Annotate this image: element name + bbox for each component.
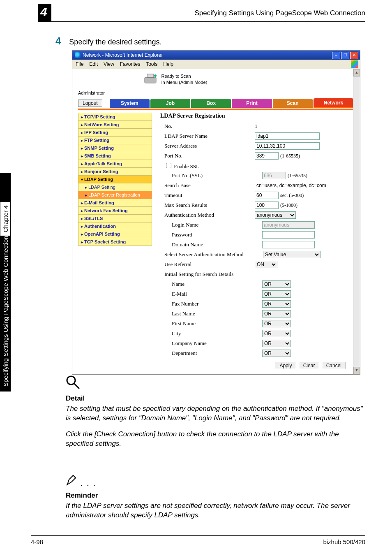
header-rule — [38, 21, 365, 22]
menu-view[interactable]: View — [104, 61, 114, 67]
svg-rect-0 — [145, 77, 156, 83]
side-chapter-tab: Specifying Settings Using PageScope Web … — [0, 173, 11, 392]
status-line-1: Ready to Scan — [161, 73, 207, 79]
admin-label: Administrator — [78, 90, 354, 95]
checkbox-enable-ssl[interactable] — [166, 163, 171, 168]
lbl-search-base: Search Base — [160, 182, 255, 189]
detail-title: Detail — [66, 394, 365, 403]
select-server-auth[interactable]: Set Value — [263, 251, 321, 258]
lbl-port-ssl: Port No.(SSL) — [160, 172, 262, 179]
minimize-button[interactable]: – — [332, 52, 340, 59]
menu-tools[interactable]: Tools — [146, 61, 157, 67]
menu-file[interactable]: File — [76, 61, 83, 67]
nav-auth[interactable]: Authentication — [78, 222, 152, 230]
nav-ftp[interactable]: FTP Setting — [78, 136, 152, 144]
ie-title: Network - Microsoft Internet Explorer — [83, 52, 163, 58]
tab-print[interactable]: Print — [232, 99, 272, 108]
input-server-addr[interactable] — [255, 142, 320, 150]
page-footer: 4-98 bizhub 500/420 — [31, 535, 365, 545]
input-password[interactable] — [262, 231, 315, 239]
select-dept[interactable]: OR — [262, 350, 291, 357]
ie-menubar: File Edit View Favorites Tools Help — [72, 60, 360, 69]
section-number-tab: 4 — [38, 4, 51, 21]
step-row: 4 Specify the desired settings. — [55, 35, 161, 47]
select-fax[interactable]: OR — [262, 300, 291, 308]
select-auth-method[interactable]: anonymous — [255, 211, 296, 219]
scroll-down-button[interactable]: ▼ — [353, 367, 360, 374]
vertical-scrollbar[interactable]: ▲ ▼ — [353, 69, 360, 374]
nav-snmp[interactable]: SNMP Setting — [78, 144, 152, 152]
nav-smb[interactable]: SMB Setting — [78, 152, 152, 160]
nav-tcpsock[interactable]: TCP Socket Setting — [78, 238, 152, 246]
content-pane: LDAP Server Registration No.1 LDAP Serve… — [152, 113, 354, 369]
input-domain[interactable] — [262, 241, 315, 248]
nav-ssl[interactable]: SSL/TLS — [78, 214, 152, 222]
nav-tcpip[interactable]: TCP/IP Setting — [78, 113, 152, 121]
tab-box[interactable]: Box — [191, 99, 231, 108]
nav-netware[interactable]: NetWare Setting — [78, 120, 152, 129]
select-company[interactable]: OR — [262, 340, 291, 347]
lbl-server-addr: Server Address — [160, 143, 255, 149]
lbl-fax: Fax Number — [160, 301, 262, 307]
lbl-init: Initial Setting for Search Details — [160, 271, 233, 278]
tab-job[interactable]: Job — [150, 99, 190, 108]
detail-p1: The setting that must be specified vary … — [66, 404, 365, 423]
select-city[interactable]: OR — [262, 330, 291, 337]
ie-icon — [75, 52, 81, 58]
tab-network[interactable]: Network — [314, 98, 353, 108]
scroll-up-button[interactable]: ▲ — [353, 69, 360, 76]
svg-point-2 — [154, 74, 157, 77]
nav-ldap-setting[interactable]: LDAP Setting — [78, 183, 152, 191]
input-server-name[interactable] — [255, 132, 320, 140]
select-email[interactable]: OR — [262, 290, 291, 298]
detail-block: Detail The setting that must be specifie… — [66, 375, 365, 449]
menu-favorites[interactable]: Favorites — [120, 61, 140, 67]
menu-edit[interactable]: Edit — [89, 61, 98, 67]
menu-help[interactable]: Help — [163, 61, 173, 67]
nav-netfax[interactable]: Network Fax Setting — [78, 206, 152, 215]
hint-max: (5-1000) — [280, 202, 297, 208]
nav-bonjour[interactable]: Bonjour Setting — [78, 167, 152, 176]
select-name[interactable]: OR — [262, 280, 291, 288]
input-port[interactable] — [255, 152, 279, 160]
detail-p2: Click the [Check Connection] button to c… — [66, 430, 365, 449]
input-max[interactable] — [255, 202, 279, 209]
printer-icon — [144, 73, 158, 86]
cancel-button[interactable]: Cancel — [322, 362, 346, 369]
val-no: 1 — [255, 123, 354, 130]
nav-ldap[interactable]: LDAP Setting — [78, 175, 152, 183]
nav-ipp[interactable]: IPP Setting — [78, 128, 152, 137]
close-button[interactable]: ✕ — [350, 52, 358, 59]
tab-scan[interactable]: Scan — [273, 99, 313, 108]
hint-port-ssl: (1-65535) — [288, 173, 307, 178]
tab-underline — [78, 109, 354, 110]
select-first[interactable]: OR — [262, 320, 291, 327]
step-number: 4 — [55, 35, 61, 47]
footer-model: bizhub 500/420 — [323, 538, 365, 545]
lbl-max: Max Search Results — [160, 202, 255, 208]
nav-email[interactable]: E-Mail Setting — [78, 199, 152, 207]
select-referral[interactable]: ON — [255, 261, 277, 268]
nav-ldap-registration[interactable]: LDAP Server Registration — [78, 191, 152, 199]
apply-button[interactable]: Apply — [275, 362, 296, 369]
maximize-button[interactable]: ☐ — [341, 52, 349, 59]
input-search-base[interactable] — [255, 182, 336, 189]
lbl-last: Last Name — [160, 310, 262, 317]
logout-button[interactable]: Logout — [78, 100, 102, 107]
ie-titlebar[interactable]: Network - Microsoft Internet Explorer – … — [72, 51, 360, 60]
lbl-password: Password — [160, 232, 262, 238]
reminder-p1: If the LDAP server settings are not spec… — [66, 501, 365, 520]
lbl-city: City — [160, 330, 262, 337]
lbl-first: First Name — [160, 320, 262, 327]
clear-button[interactable]: Clear — [299, 362, 320, 369]
reminder-title: Reminder — [66, 491, 365, 500]
select-last[interactable]: OR — [262, 310, 291, 317]
nav-openapi[interactable]: OpenAPI Setting — [78, 230, 152, 238]
svg-line-4 — [74, 384, 79, 388]
tab-system[interactable]: System — [110, 99, 150, 108]
page-header-title: Specifying Settings Using PageScope Web … — [195, 9, 366, 17]
nav-appletalk[interactable]: AppleTalk Setting — [78, 160, 152, 168]
input-timeout[interactable] — [255, 192, 279, 199]
lbl-server-name: LDAP Server Name — [160, 133, 255, 139]
step-text: Specify the desired settings. — [69, 38, 161, 46]
